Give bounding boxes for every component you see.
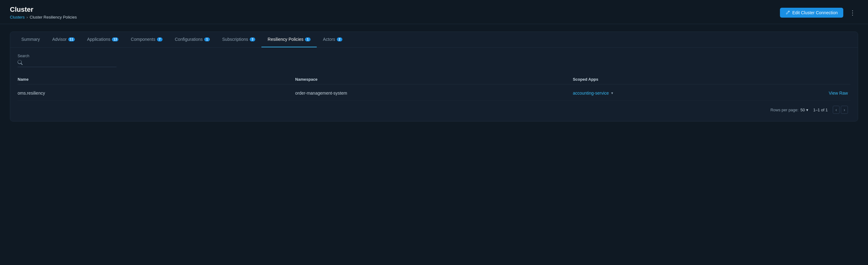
next-page-button[interactable]: › — [841, 106, 848, 114]
tab-resiliency-policies-badge: 1 — [305, 37, 311, 41]
tab-actors[interactable]: Actors 2 — [317, 32, 348, 47]
search-label: Search — [18, 54, 850, 58]
pencil-icon — [785, 10, 790, 15]
column-name: Name — [18, 77, 295, 82]
tab-advisor[interactable]: Advisor 11 — [46, 32, 81, 47]
rows-per-page-value: 50 — [800, 108, 805, 112]
breadcrumb-clusters-link[interactable]: Clusters — [10, 15, 25, 20]
tab-subscriptions[interactable]: Subscriptions 3 — [216, 32, 261, 47]
cell-name: oms.resiliency — [18, 91, 295, 95]
prev-page-button[interactable]: ‹ — [833, 106, 840, 114]
column-scoped-apps: Scoped Apps — [573, 77, 850, 82]
column-namespace: Namespace — [295, 77, 572, 82]
scoped-apps-link[interactable]: accounting-service — [573, 91, 609, 95]
rows-select[interactable]: 50 ▾ — [800, 108, 808, 112]
tab-resiliency-policies[interactable]: Resiliency Policies 1 — [261, 32, 317, 47]
pagination-info: 1–1 of 1 — [813, 108, 828, 112]
edit-cluster-label: Edit Cluster Connection — [792, 10, 838, 15]
more-options-button[interactable]: ⋮ — [847, 8, 858, 18]
content-area: Search Name Namespace Scoped Apps oms.re… — [10, 48, 858, 121]
table-row: oms.resiliency order-management-system a… — [18, 86, 850, 101]
rows-per-page: Rows per page: 50 ▾ — [770, 108, 808, 112]
tab-configurations[interactable]: Configurations 1 — [169, 32, 216, 47]
more-icon: ⋮ — [849, 9, 856, 17]
tab-actors-badge: 2 — [337, 37, 342, 41]
search-input-wrapper — [18, 60, 117, 67]
tab-resiliency-policies-label: Resiliency Policies — [268, 37, 304, 42]
pagination-nav: ‹ › — [833, 106, 848, 114]
tab-summary-label: Summary — [21, 37, 40, 42]
tab-subscriptions-label: Subscriptions — [222, 37, 248, 42]
tab-actors-label: Actors — [323, 37, 335, 42]
header: Cluster Clusters › Cluster Resiliency Po… — [0, 0, 868, 24]
tab-configurations-label: Configurations — [175, 37, 203, 42]
main-content: Summary Advisor 11 Applications 13 Compo… — [0, 24, 868, 129]
tab-components-badge: 7 — [157, 37, 162, 41]
table-header: Name Namespace Scoped Apps — [18, 73, 850, 84]
edit-cluster-button[interactable]: Edit Cluster Connection — [780, 8, 843, 18]
rows-per-page-label: Rows per page: — [770, 108, 799, 112]
search-input[interactable] — [25, 60, 117, 65]
pagination: Rows per page: 50 ▾ 1–1 of 1 ‹ › — [18, 101, 850, 115]
header-right: Edit Cluster Connection ⋮ — [780, 8, 858, 18]
header-left: Cluster Clusters › Cluster Resiliency Po… — [10, 6, 76, 20]
page-title: Cluster — [10, 6, 76, 13]
chevron-down-icon[interactable]: ▾ — [611, 91, 613, 95]
tab-summary[interactable]: Summary — [15, 32, 46, 47]
search-icon — [18, 60, 23, 65]
breadcrumb-current: Cluster Resiliency Policies — [30, 15, 76, 20]
tabs-bar: Summary Advisor 11 Applications 13 Compo… — [10, 32, 858, 48]
tab-applications[interactable]: Applications 13 — [81, 32, 125, 47]
breadcrumb-separator: › — [27, 15, 28, 20]
tab-applications-badge: 13 — [112, 37, 118, 41]
tab-advisor-badge: 11 — [68, 37, 75, 41]
tab-configurations-badge: 1 — [204, 37, 210, 41]
cell-scoped-apps: accounting-service ▾ View Raw — [573, 91, 850, 95]
cell-namespace: order-management-system — [295, 91, 572, 95]
tab-applications-label: Applications — [87, 37, 111, 42]
tab-subscriptions-badge: 3 — [250, 37, 255, 41]
search-section: Search — [18, 54, 850, 67]
breadcrumb: Clusters › Cluster Resiliency Policies — [10, 15, 76, 20]
view-raw-button[interactable]: View Raw — [829, 91, 850, 95]
tab-components-label: Components — [131, 37, 155, 42]
main-card: Summary Advisor 11 Applications 13 Compo… — [10, 32, 858, 121]
tab-components[interactable]: Components 7 — [125, 32, 168, 47]
rows-select-chevron: ▾ — [806, 108, 808, 112]
tab-advisor-label: Advisor — [52, 37, 67, 42]
